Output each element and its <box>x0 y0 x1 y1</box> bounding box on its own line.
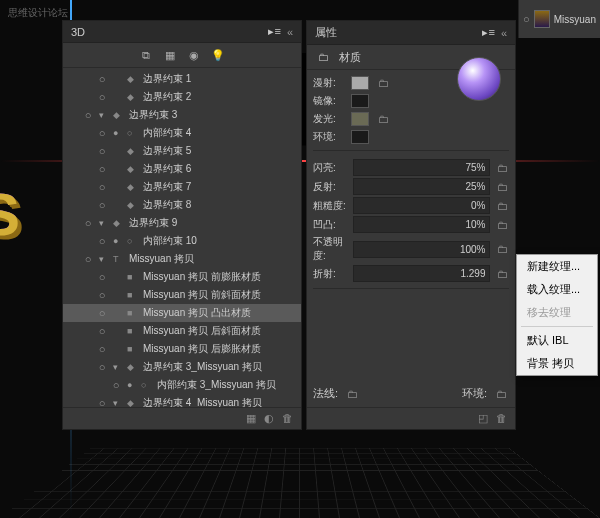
tree-row[interactable]: ○◆边界约束 8 <box>63 196 301 214</box>
visibility-icon[interactable]: ○ <box>81 253 95 265</box>
glow-swatch[interactable] <box>351 112 369 126</box>
tree-row[interactable]: ○■Missyuan 拷贝 前斜面材质 <box>63 286 301 304</box>
visibility-icon[interactable]: ○ <box>81 217 95 229</box>
visibility-icon[interactable]: ○ <box>95 289 109 301</box>
scene-tree[interactable]: ○◆边界约束 1○◆边界约束 2○▾◆边界约束 3○●○内部约束 4○◆边界约束… <box>63 68 301 407</box>
specular-swatch[interactable] <box>351 94 369 108</box>
visibility-icon[interactable]: ○ <box>95 361 109 373</box>
expand-icon[interactable]: ● <box>113 236 123 246</box>
filter-light-icon[interactable]: 💡 <box>210 47 226 63</box>
visibility-icon[interactable]: ○ <box>109 379 123 391</box>
context-menu-item[interactable]: 新建纹理... <box>517 255 597 278</box>
context-menu[interactable]: 新建纹理...载入纹理...移去纹理默认 IBL背景 拷贝 <box>516 254 598 376</box>
tree-item-type-icon: ■ <box>127 290 139 300</box>
visibility-icon[interactable]: ○ <box>81 109 95 121</box>
filter-scene-icon[interactable]: ⧉ <box>138 47 154 63</box>
layer-thumbnail[interactable] <box>534 10 550 28</box>
material-tab-label[interactable]: 材质 <box>339 50 361 65</box>
visibility-icon[interactable]: ○ <box>95 235 109 247</box>
prop-texture-icon[interactable]: 🗀 <box>496 162 509 174</box>
prop-value-input[interactable] <box>353 265 490 282</box>
delete-icon[interactable]: 🗑 <box>282 412 293 425</box>
visibility-icon[interactable]: ○ <box>95 73 109 85</box>
diffuse-texture-icon[interactable]: 🗀 <box>375 77 391 89</box>
material-tab-icon[interactable]: 🗀 <box>315 49 331 65</box>
tree-row[interactable]: ○◆边界约束 7 <box>63 178 301 196</box>
visibility-icon[interactable]: ○ <box>95 397 109 407</box>
prop-texture-icon[interactable]: 🗀 <box>496 200 509 212</box>
new-light-icon[interactable]: ◐ <box>264 412 274 425</box>
prop-value-input[interactable] <box>353 241 490 258</box>
text-3d-object[interactable]: S <box>0 180 60 300</box>
visibility-icon[interactable]: ○ <box>523 13 530 25</box>
visibility-icon[interactable]: ○ <box>95 325 109 337</box>
panel-collapse-icon[interactable]: « <box>287 26 293 38</box>
glow-texture-icon[interactable]: 🗀 <box>375 113 391 125</box>
tree-row[interactable]: ○▾◆边界约束 4_Missyuan 拷贝 <box>63 394 301 407</box>
normal-texture-icon[interactable]: 🗀 <box>344 388 360 400</box>
visibility-icon[interactable]: ○ <box>95 307 109 319</box>
expand-icon[interactable]: ● <box>127 380 137 390</box>
prop-texture-icon[interactable]: 🗀 <box>496 181 509 193</box>
material-preview-sphere[interactable] <box>457 57 501 101</box>
ambient-swatch[interactable] <box>351 130 369 144</box>
visibility-icon[interactable]: ○ <box>95 163 109 175</box>
visibility-icon[interactable]: ○ <box>95 127 109 139</box>
expand-icon[interactable]: ▾ <box>99 254 109 264</box>
panel-props-header[interactable]: 属性 ▸≡ « <box>307 21 515 45</box>
delete-icon[interactable]: 🗑 <box>496 412 507 425</box>
layer-name[interactable]: Missyuan <box>554 14 596 25</box>
property-row: 闪亮:🗀 <box>313 159 509 176</box>
panel-menu-icon[interactable]: ▸≡ <box>268 25 280 38</box>
tree-row[interactable]: ○▾◆边界约束 9 <box>63 214 301 232</box>
tree-row[interactable]: ○◆边界约束 2 <box>63 88 301 106</box>
visibility-icon[interactable]: ○ <box>95 343 109 355</box>
expand-icon[interactable]: ▾ <box>113 398 123 407</box>
tree-row[interactable]: ○▾◆边界约束 3 <box>63 106 301 124</box>
tree-row[interactable]: ○■Missyuan 拷贝 凸出材质 <box>63 304 301 322</box>
prop-texture-icon[interactable]: 🗀 <box>496 268 509 280</box>
tree-row[interactable]: ○■Missyuan 拷贝 后膨胀材质 <box>63 340 301 358</box>
tree-row[interactable]: ○▾◆边界约束 3_Missyuan 拷贝 <box>63 358 301 376</box>
panel-3d-header[interactable]: 3D ▸≡ « <box>63 21 301 43</box>
expand-icon[interactable]: ▾ <box>113 362 123 372</box>
render-settings-icon[interactable]: ▦ <box>246 412 256 425</box>
tree-row[interactable]: ○◆边界约束 5 <box>63 142 301 160</box>
tree-row[interactable]: ○◆边界约束 6 <box>63 160 301 178</box>
visibility-icon[interactable]: ○ <box>95 91 109 103</box>
tree-row[interactable]: ○■Missyuan 拷贝 前膨胀材质 <box>63 268 301 286</box>
env-texture-icon[interactable]: 🗀 <box>493 388 509 400</box>
filter-mesh-icon[interactable]: ▦ <box>162 47 178 63</box>
prop-value-input[interactable] <box>353 216 490 233</box>
prop-texture-icon[interactable]: 🗀 <box>496 219 509 231</box>
panel-menu-icon[interactable]: ▸≡ <box>482 26 494 39</box>
prop-value-input[interactable] <box>353 178 490 195</box>
tree-item-label: 边界约束 4_Missyuan 拷贝 <box>143 396 297 407</box>
expand-icon[interactable]: ▾ <box>99 218 109 228</box>
context-menu-item[interactable]: 背景 拷贝 <box>517 352 597 375</box>
tree-row[interactable]: ○■Missyuan 拷贝 后斜面材质 <box>63 322 301 340</box>
visibility-icon[interactable]: ○ <box>95 199 109 211</box>
render-icon[interactable]: ◰ <box>478 412 488 425</box>
tree-row[interactable]: ○●○内部约束 3_Missyuan 拷贝 <box>63 376 301 394</box>
context-menu-item[interactable]: 载入纹理... <box>517 278 597 301</box>
panel-collapse-icon[interactable]: « <box>501 27 507 39</box>
divider <box>313 150 509 151</box>
letter-s: S <box>0 180 20 249</box>
tree-row[interactable]: ○◆边界约束 1 <box>63 70 301 88</box>
layers-panel-snippet[interactable]: ○ Missyuan <box>518 0 600 38</box>
filter-material-icon[interactable]: ◉ <box>186 47 202 63</box>
tree-row[interactable]: ○●○内部约束 4 <box>63 124 301 142</box>
tree-row[interactable]: ○▾TMissyuan 拷贝 <box>63 250 301 268</box>
expand-icon[interactable]: ▾ <box>99 110 109 120</box>
tree-row[interactable]: ○●○内部约束 10 <box>63 232 301 250</box>
expand-icon[interactable]: ● <box>113 128 123 138</box>
prop-value-input[interactable] <box>353 159 490 176</box>
prop-value-input[interactable] <box>353 197 490 214</box>
diffuse-swatch[interactable] <box>351 76 369 90</box>
visibility-icon[interactable]: ○ <box>95 271 109 283</box>
visibility-icon[interactable]: ○ <box>95 181 109 193</box>
context-menu-item[interactable]: 默认 IBL <box>517 329 597 352</box>
visibility-icon[interactable]: ○ <box>95 145 109 157</box>
prop-texture-icon[interactable]: 🗀 <box>496 243 509 255</box>
